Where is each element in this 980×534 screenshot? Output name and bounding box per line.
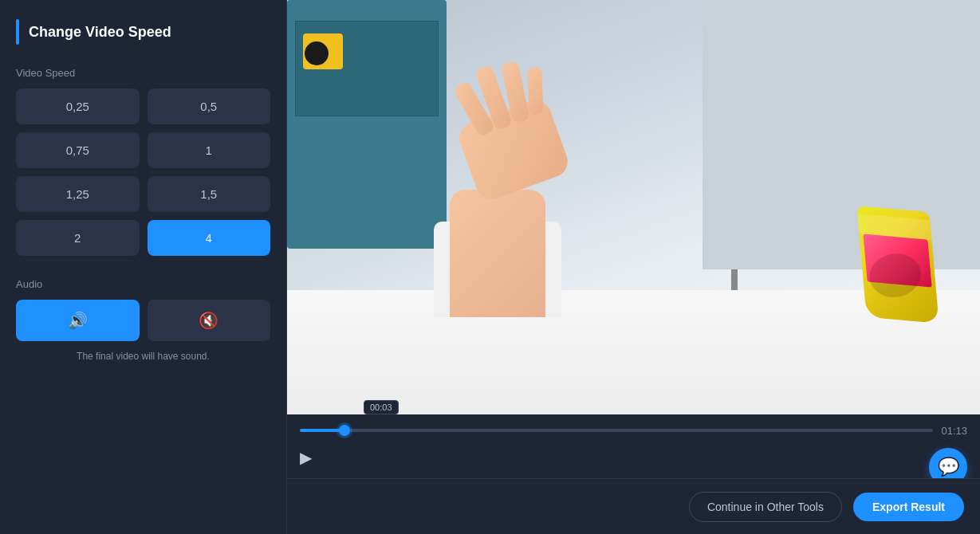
speed-btn-1[interactable]: 1 [148,132,271,168]
hand-arm [450,190,545,317]
video-frame [287,0,980,414]
can-body [856,206,939,323]
speed-btn-4[interactable]: 4 [148,220,271,256]
audio-grid: 🔊 🔇 [16,300,270,341]
footer-bar: Continue in Other Tools Export Result [287,478,980,534]
hand-container [426,62,705,317]
audio-off-button[interactable]: 🔇 [148,300,271,341]
audio-off-icon: 🔇 [199,311,218,330]
controls-row: ▶ [300,445,967,470]
audio-section: Audio 🔊 🔇 The final video will have soun… [16,278,270,362]
main-content: 00:03 01:13 ▶ 💬 Continue in Other Tools … [287,0,980,534]
progress-track[interactable] [300,429,933,432]
time-tooltip: 00:03 [364,400,399,414]
play-button[interactable]: ▶ [300,445,318,470]
can-container [850,209,946,352]
app-container: Change Video Speed Video Speed 0,25 0,5 … [0,0,980,534]
speed-btn-025[interactable]: 0,25 [16,88,140,124]
speed-btn-075[interactable]: 0,75 [16,132,140,168]
title-accent [16,19,19,45]
audio-hint: The final video will have sound. [16,351,270,362]
total-time-display: 01:13 [941,425,967,437]
audio-on-icon: 🔊 [68,311,88,330]
audio-label: Audio [16,278,270,290]
progress-container[interactable]: 00:03 01:13 [300,422,967,438]
audio-on-button[interactable]: 🔊 [16,300,140,341]
video-scene [287,0,980,414]
bg-item-dot [305,41,329,65]
speed-btn-125[interactable]: 1,25 [16,176,140,212]
progress-fill [300,429,344,432]
hand-palm [455,96,572,203]
progress-thumb[interactable] [339,425,350,436]
video-area[interactable] [287,0,980,414]
speed-btn-2[interactable]: 2 [16,220,140,256]
export-result-button[interactable]: Export Result [853,493,964,521]
chat-icon: 💬 [938,457,959,477]
continue-other-tools-button[interactable]: Continue in Other Tools [689,492,842,522]
speed-btn-15[interactable]: 1,5 [148,176,271,212]
speed-btn-05[interactable]: 0,5 [148,88,271,124]
finger-4 [527,67,543,116]
sidebar: Change Video Speed Video Speed 0,25 0,5 … [0,0,287,534]
sidebar-title: Change Video Speed [29,24,171,41]
speed-grid: 0,25 0,5 0,75 1 1,25 1,5 2 4 [16,88,270,256]
video-controls: 00:03 01:13 ▶ [287,414,980,478]
video-speed-label: Video Speed [16,67,270,79]
sidebar-title-container: Change Video Speed [16,19,270,45]
